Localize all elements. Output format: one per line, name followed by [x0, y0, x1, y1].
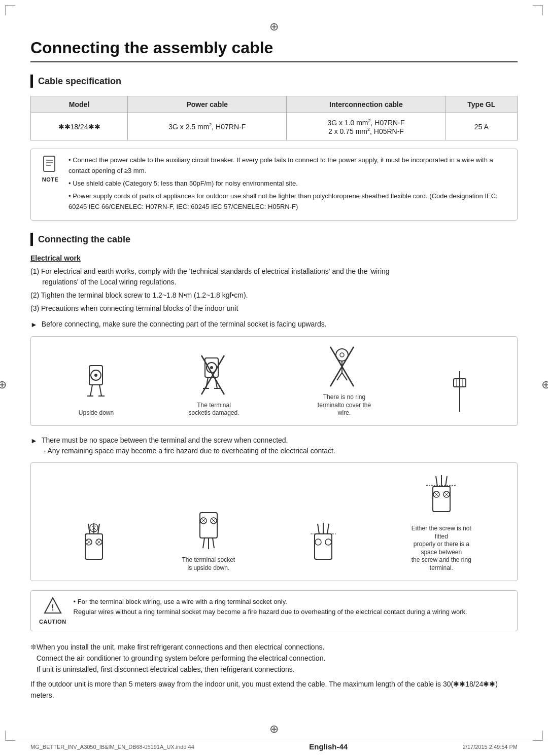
svg-rect-61: [433, 486, 450, 512]
table-header-interconnect: Interconnection cable: [287, 96, 446, 113]
caution-label: CAUTION: [39, 619, 66, 625]
svg-line-53: [213, 538, 214, 548]
svg-line-57: [318, 524, 319, 534]
page: ⊕ ⊕ ⊕ Connecting the assembly cable Cabl…: [0, 0, 548, 756]
svg-line-70: [446, 476, 447, 486]
info-para: If the outdoor unit is more than 5 meter…: [30, 678, 518, 701]
section-bar: [30, 75, 33, 88]
note-content: Connect the power cable to the auxiliary…: [68, 155, 509, 214]
note-document-icon: [43, 155, 58, 175]
plug-normal-svg: [76, 519, 112, 569]
left-compass-icon: ⊕: [0, 378, 7, 391]
caution-icon-area: ! CAUTION: [39, 597, 66, 625]
note-item-1: Connect the power cable to the auxiliary…: [68, 155, 509, 176]
table-cell-model: ✱✱18/24✱✱: [31, 113, 128, 140]
table-header-model: Model: [31, 96, 128, 113]
section-bar-2: [30, 233, 33, 246]
note-icon-area: NOTE: [39, 155, 61, 183]
svg-line-8: [99, 385, 101, 396]
corner-mark-tr: [533, 5, 543, 15]
svg-point-21: [340, 353, 344, 357]
diagram-item-upside-down: Upside down: [78, 361, 114, 417]
svg-line-68: [436, 476, 437, 486]
numbered-item-1: (1) For electrical and earth works, comp…: [30, 266, 518, 287]
corner-mark-tl: [5, 5, 15, 15]
numbered-list: (1) For electrical and earth works, comp…: [30, 266, 518, 314]
note-box: NOTE Connect the power cable to the auxi…: [30, 149, 518, 221]
bullet-arrow-1: ►: [30, 319, 38, 330]
label-no-ring: There is no ringterminalto cover the wir…: [314, 393, 375, 417]
table-cell-power: 3G x 2.5 mm2, H07RN-F: [128, 113, 287, 140]
note-item-2: Use shield cable (Category 5; less than …: [68, 178, 509, 189]
svg-point-13: [210, 366, 213, 369]
svg-rect-44: [200, 513, 217, 538]
bottom-compass-icon: ⊕: [269, 723, 279, 736]
table-cell-typegl: 25 A: [446, 113, 517, 140]
label-plug-bad: Either the screw is not fittedproperly o…: [411, 525, 472, 572]
bullet-arrow-2: ►: [30, 436, 38, 446]
dagger-note: ❊When you install the unit, make first r…: [30, 641, 518, 675]
footer-page-number: English-44: [309, 742, 348, 751]
caution-box: ! CAUTION • For the terminal block wirin…: [30, 590, 518, 631]
table-row: ✱✱18/24✱✱ 3G x 2.5 mm2, H07RN-F 3G x 1.0…: [31, 113, 518, 140]
caution-triangle-icon: !: [44, 597, 62, 618]
diagram-item-no-ring: There is no ringterminalto cover the wir…: [314, 345, 375, 417]
label-upside-down: Upside down: [79, 409, 114, 417]
connecting-section-title: Connecting the cable: [38, 234, 130, 245]
plug-bad-svg: [424, 471, 459, 522]
svg-rect-31: [85, 534, 102, 559]
spec-table: Model Power cable Interconnection cable …: [30, 96, 518, 140]
bullet-text-1: Before connecting, make sure the connect…: [42, 319, 518, 330]
bullet-row-2: ► There must be no space between the ter…: [30, 435, 518, 456]
diagram-box-1: Upside down The terminalsocketis damaged…: [30, 336, 518, 426]
bullet-text-2: There must be no space between the termi…: [42, 435, 518, 456]
numbered-item-2: (2) Tighten the terminal block screw to …: [30, 290, 518, 301]
note-item-3: Power supply cords of parts of appliance…: [68, 191, 509, 212]
svg-point-56: [325, 539, 331, 545]
top-compass-icon: ⊕: [30, 20, 518, 33]
svg-text:!: !: [51, 603, 54, 612]
cable-spec-section-header: Cable specification: [30, 75, 518, 88]
footer-left-text: MG_BETTER_INV_A3050_IB&IM_EN_DB68-05191A…: [30, 744, 194, 750]
table-header-typegl: Type GL: [446, 96, 517, 113]
connector-damaged-svg: [194, 353, 234, 399]
diagram-item-plug-bad: Either the screw is not fittedproperly o…: [411, 471, 472, 572]
table-cell-interconnect: 3G x 1.0 mm2, H07RN-F2 x 0.75 mm2, H05RN…: [287, 113, 446, 140]
plug-partial-svg: [305, 519, 341, 569]
svg-line-59: [327, 524, 329, 534]
connector-upside-down-svg: [78, 361, 114, 406]
electrical-work-title: Electrical work: [30, 254, 518, 262]
svg-point-6: [94, 374, 97, 377]
diagram-item-damaged: The terminalsocketis damaged.: [188, 353, 239, 417]
footer-right-text: 2/17/2015 2:49:54 PM: [463, 744, 518, 750]
right-compass-icon: ⊕: [541, 378, 548, 391]
svg-rect-54: [315, 534, 332, 559]
bullet-row-1: ► Before connecting, make sure the conne…: [30, 319, 518, 330]
page-title: Connecting the assembly cable: [30, 39, 518, 62]
footer: MG_BETTER_INV_A3050_IB&IM_EN_DB68-05191A…: [0, 739, 548, 751]
numbered-item-3: (3) Precautions when connecting terminal…: [30, 303, 518, 314]
svg-line-51: [203, 538, 204, 548]
diagram-item-plug-partial: [305, 519, 341, 572]
diagram-item-plug-upside: The terminal socketis upside down.: [182, 502, 235, 572]
cable-spec-section-title: Cable specification: [38, 76, 121, 87]
connector-no-ring-svg: [324, 345, 365, 390]
table-header-power: Power cable: [128, 96, 287, 113]
note-label: NOTE: [42, 176, 59, 183]
connector-correct-svg: [450, 369, 470, 414]
plug-upside-svg: [191, 502, 226, 553]
connecting-section: Electrical work (1) For electrical and e…: [30, 254, 518, 631]
svg-point-55: [315, 539, 321, 545]
svg-line-7: [90, 385, 92, 396]
diagram-item-correct: [450, 369, 470, 417]
label-damaged: The terminalsocketis damaged.: [188, 402, 239, 417]
diagram-box-2: The terminal socketis upside down.: [30, 462, 518, 581]
diagram-item-plug-normal: [76, 519, 112, 572]
caution-content: • For the terminal block wiring, use a w…: [74, 597, 467, 618]
connecting-section-header: Connecting the cable: [30, 233, 518, 246]
svg-rect-0: [44, 156, 55, 171]
label-plug-upside: The terminal socketis upside down.: [182, 556, 235, 572]
